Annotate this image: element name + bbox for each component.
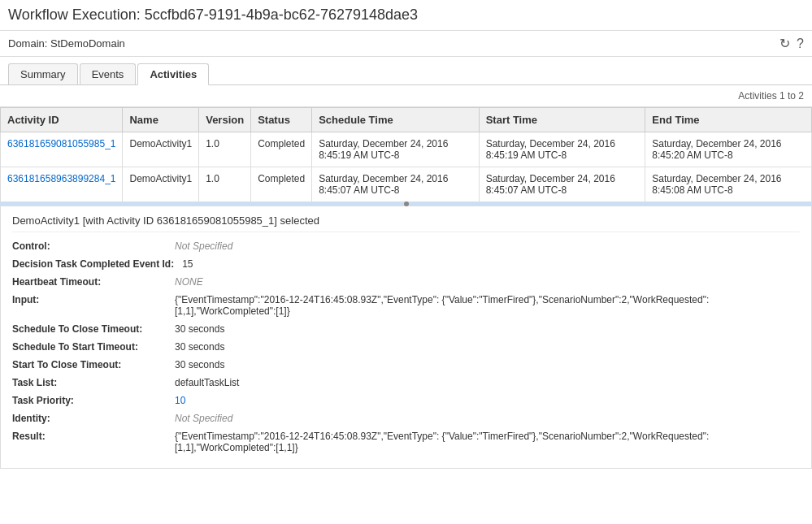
detail-row: Decision Task Completed Event Id:15 [12, 258, 800, 270]
domain-label: Domain: StDemoDomain [8, 37, 125, 50]
detail-label: Schedule To Start Timeout: [12, 341, 175, 353]
domain-bar: Domain: StDemoDomain ↻ ? [0, 31, 812, 57]
detail-value: {"EventTimestamp":"2016-12-24T16:45:08.9… [175, 431, 800, 453]
cell-2: Completed [251, 132, 312, 167]
col-header-start-time: Start Time [479, 108, 645, 132]
detail-value: 30 seconds [175, 341, 224, 353]
table-row[interactable]: 636181659081055985_1DemoActivity11.0Comp… [1, 132, 812, 167]
cell-1: 1.0 [199, 167, 251, 202]
detail-row: Heartbeat Timeout:NONE [12, 276, 800, 288]
resize-dot [404, 201, 409, 206]
detail-row: Task Priority:10 [12, 395, 800, 406]
help-icon[interactable]: ? [797, 37, 804, 51]
col-header-schedule-time: Schedule Time [312, 108, 480, 132]
detail-value: NONE [175, 276, 203, 288]
col-header-version: Version [199, 108, 251, 132]
cell-0: DemoActivity1 [123, 132, 199, 167]
detail-value: 30 seconds [175, 323, 224, 335]
detail-row: Identity:Not Specified [12, 413, 800, 424]
page-wrapper: Workflow Execution: 5ccfbd67-9191-4b9a-b… [0, 0, 812, 469]
detail-panel: DemoActivity1 [with Activity ID 63618165… [0, 206, 812, 469]
detail-row: Result:{"EventTimestamp":"2016-12-24T16:… [12, 431, 800, 453]
page-header: Workflow Execution: 5ccfbd67-9191-4b9a-b… [0, 0, 812, 31]
detail-value: defaultTaskList [175, 377, 239, 388]
detail-label: Start To Close Timeout: [12, 359, 175, 370]
detail-value: Not Specified [175, 240, 232, 252]
col-header-status: Status [251, 108, 312, 132]
detail-label: Task List: [12, 377, 175, 388]
activities-count: Activities 1 to 2 [0, 85, 812, 107]
detail-header: DemoActivity1 [with Activity ID 63618165… [12, 214, 800, 232]
col-header-name: Name [123, 108, 199, 132]
cell-3: Saturday, December 24, 2016 8:45:07 AM U… [312, 167, 480, 202]
detail-value: Not Specified [175, 413, 232, 424]
detail-row: Task List:defaultTaskList [12, 377, 800, 388]
cell-5: Saturday, December 24, 2016 8:45:08 AM U… [645, 167, 812, 202]
detail-label: Schedule To Close Timeout: [12, 323, 175, 335]
activity-id-link[interactable]: 636181658963899284_1 [7, 173, 115, 184]
detail-row: Schedule To Close Timeout:30 seconds [12, 323, 800, 335]
detail-row: Start To Close Timeout:30 seconds [12, 359, 800, 370]
cell-3: Saturday, December 24, 2016 8:45:19 AM U… [312, 132, 480, 167]
detail-label: Task Priority: [12, 395, 175, 406]
detail-label: Result: [12, 431, 175, 442]
tabs-bar: Summary Events Activities [0, 57, 812, 85]
tab-events[interactable]: Events [80, 63, 137, 84]
col-header-end-time: End Time [645, 108, 812, 132]
tab-summary[interactable]: Summary [8, 63, 78, 84]
cell-1: 1.0 [199, 132, 251, 167]
cell-5: Saturday, December 24, 2016 8:45:20 AM U… [645, 132, 812, 167]
page-title: Workflow Execution: 5ccfbd67-9191-4b9a-b… [8, 6, 418, 23]
detail-row: Schedule To Start Timeout:30 seconds [12, 341, 800, 353]
activity-id-link[interactable]: 636181659081055985_1 [7, 138, 115, 149]
detail-value: 30 seconds [175, 359, 224, 370]
detail-value: 15 [182, 258, 193, 270]
cell-4: Saturday, December 24, 2016 8:45:07 AM U… [479, 167, 645, 202]
detail-label: Input: [12, 294, 175, 305]
domain-icons: ↻ ? [779, 36, 804, 51]
cell-2: Completed [251, 167, 312, 202]
tab-activities[interactable]: Activities [137, 63, 209, 85]
refresh-icon[interactable]: ↻ [779, 36, 790, 51]
detail-label: Heartbeat Timeout: [12, 276, 175, 288]
detail-row: Input:{"EventTimestamp":"2016-12-24T16:4… [12, 294, 800, 317]
detail-label: Decision Task Completed Event Id: [12, 258, 182, 270]
col-header-activity-id: Activity ID [1, 108, 123, 132]
table-row[interactable]: 636181658963899284_1DemoActivity11.0Comp… [1, 167, 812, 202]
detail-label: Control: [12, 240, 175, 252]
detail-label: Identity: [12, 413, 175, 424]
detail-row: Control:Not Specified [12, 240, 800, 252]
cell-4: Saturday, December 24, 2016 8:45:19 AM U… [479, 132, 645, 167]
detail-value: 10 [175, 395, 185, 406]
cell-0: DemoActivity1 [123, 167, 199, 202]
activities-table: Activity ID Name Version Status Schedule… [0, 107, 812, 202]
detail-value: {"EventTimestamp":"2016-12-24T16:45:08.9… [175, 294, 800, 317]
